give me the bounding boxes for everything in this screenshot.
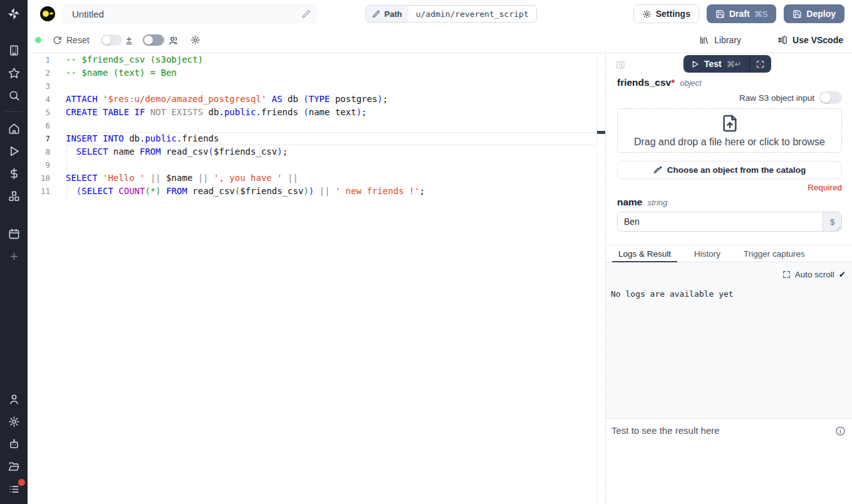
- draft-button[interactable]: Draft ⌘S: [707, 4, 776, 23]
- auto-scroll-control[interactable]: Auto scroll ✓: [782, 269, 846, 279]
- path-button[interactable]: Path: [366, 6, 408, 22]
- path-label: Path: [385, 9, 402, 19]
- line-number: 7: [28, 132, 66, 145]
- edit-path-icon: [372, 10, 380, 18]
- runs-icon[interactable]: [5, 142, 23, 160]
- path-widget[interactable]: Path u/admin/reverent_script: [365, 5, 537, 23]
- code-line[interactable]: -- $name (text) = Ben: [66, 66, 596, 80]
- use-vscode-button[interactable]: Use VScode: [777, 35, 843, 45]
- users-icon: [169, 35, 179, 46]
- code-line[interactable]: -- $friends_csv (s3object): [66, 53, 596, 66]
- audit-logs-icon[interactable]: [5, 480, 23, 498]
- tab-logs-result[interactable]: Logs & Result: [617, 245, 672, 262]
- diff-toggle-switch[interactable]: [101, 34, 122, 46]
- diff-toggle[interactable]: ±: [101, 34, 132, 46]
- test-label: Test: [704, 59, 722, 69]
- test-shortcut: ⌘↵: [727, 59, 742, 69]
- editor-gutter: 1234567891011: [28, 53, 66, 504]
- variables-icon[interactable]: [5, 165, 23, 182]
- auto-scroll-label: Auto scroll: [795, 270, 834, 279]
- code-line[interactable]: CREATE TABLE IF NOT EXISTS db.public.fri…: [66, 106, 596, 119]
- library-button[interactable]: Library: [699, 35, 741, 45]
- line-number: 11: [28, 185, 66, 198]
- line-number: 8: [28, 145, 66, 158]
- line-number: 5: [28, 106, 66, 119]
- logs-empty-text: No logs are available yet: [611, 289, 734, 299]
- editor-settings-button[interactable]: [190, 35, 200, 45]
- library-icon: [699, 35, 709, 45]
- workspace-icon[interactable]: [5, 41, 23, 59]
- code-line[interactable]: [66, 80, 596, 93]
- code-line[interactable]: SELECT name FROM read_csv($friends_csv);: [66, 145, 596, 158]
- sidebar-divider: [5, 111, 23, 112]
- user-icon[interactable]: [5, 390, 23, 408]
- windmill-logo[interactable]: [0, 0, 28, 28]
- deploy-button[interactable]: Deploy: [784, 4, 844, 23]
- name-input[interactable]: [618, 212, 823, 231]
- tab-trigger-captures[interactable]: Trigger captures: [742, 245, 806, 262]
- code-line[interactable]: SELECT 'Hello ' || $name || ', you have …: [66, 172, 596, 185]
- code-line[interactable]: [66, 158, 596, 172]
- tab-history[interactable]: History: [693, 245, 722, 262]
- choose-object-label: Choose an object from the catalog: [667, 165, 806, 175]
- test-button-group[interactable]: Test ⌘↵: [683, 55, 771, 73]
- add-icon[interactable]: [5, 247, 23, 265]
- result-placeholder: Test to see the result here: [611, 425, 720, 436]
- code-line[interactable]: [66, 119, 596, 132]
- schedules-icon[interactable]: [5, 225, 23, 242]
- capture-button[interactable]: [750, 55, 771, 73]
- choose-object-button[interactable]: Choose an object from the catalog: [617, 161, 842, 179]
- code-line[interactable]: ATTACH '$res:u/demo/amazed_postgresql' A…: [66, 93, 596, 106]
- result-tabs: Logs & Result History Trigger captures: [606, 245, 852, 262]
- logs-pane: Auto scroll ✓ No logs are available yet: [606, 262, 852, 419]
- line-number: 1: [28, 53, 66, 66]
- save-icon: [792, 9, 802, 19]
- top-header: Path u/admin/reverent_script Settings Dr…: [28, 0, 852, 28]
- test-button[interactable]: Test ⌘↵: [683, 55, 749, 73]
- search-icon[interactable]: [5, 86, 23, 104]
- script-title-input[interactable]: [71, 8, 301, 20]
- arg-name-name: name: [617, 197, 643, 208]
- name-field[interactable]: $: [617, 212, 842, 232]
- favorites-icon[interactable]: [5, 64, 23, 81]
- arg-friends-csv-name: friends_csv*: [617, 77, 675, 88]
- file-dropzone[interactable]: Drag and drop a file here or click to br…: [617, 108, 842, 153]
- code-line[interactable]: (SELECT COUNT(*) FROM read_csv($friends_…: [66, 185, 596, 198]
- edit-title-icon[interactable]: [301, 9, 311, 19]
- notification-dot: [18, 479, 25, 486]
- code-editor[interactable]: 1234567891011 -- $friends_csv (s3object)…: [28, 53, 605, 504]
- raw-s3-label: Raw S3 object input: [739, 93, 814, 103]
- code-line[interactable]: INSERT INTO db.public.friends: [66, 132, 596, 145]
- raw-s3-toggle[interactable]: [819, 91, 842, 104]
- run-panel: Test ⌘↵ friends_csv* object Raw S3 objec…: [605, 53, 852, 504]
- resources-icon[interactable]: [5, 187, 23, 205]
- plus-minus-icon: ±: [127, 34, 132, 46]
- editor-code[interactable]: -- $friends_csv (s3object)-- $name (text…: [66, 53, 596, 504]
- settings-icon[interactable]: [5, 413, 23, 430]
- left-sidebar: [0, 0, 28, 504]
- arg-name-type: string: [648, 198, 668, 207]
- gear-icon: [190, 35, 200, 45]
- assistant-toggle[interactable]: [143, 34, 179, 46]
- library-label: Library: [714, 35, 741, 45]
- home-icon[interactable]: [5, 120, 23, 137]
- collapse-panel-icon[interactable]: [616, 60, 625, 69]
- capture-icon: [756, 59, 765, 69]
- settings-button[interactable]: Settings: [633, 4, 699, 23]
- cursor-position-marker[interactable]: [597, 131, 605, 134]
- gear-icon: [642, 9, 652, 19]
- reset-button[interactable]: Reset: [53, 35, 90, 45]
- script-title-field[interactable]: [63, 4, 316, 23]
- folders-icon[interactable]: [5, 458, 23, 475]
- editor-scrollbar[interactable]: [596, 53, 605, 504]
- run-panel-header: Test ⌘↵: [606, 53, 852, 76]
- assistant-toggle-switch[interactable]: [143, 34, 164, 46]
- pipette-icon: [653, 166, 662, 175]
- workers-icon[interactable]: [5, 435, 23, 453]
- line-number: 6: [28, 119, 66, 132]
- info-icon[interactable]: [835, 426, 846, 436]
- path-value[interactable]: u/admin/reverent_script: [408, 6, 536, 22]
- editor-toolbar: Reset ± Library Use VScode: [28, 28, 852, 53]
- reset-label: Reset: [66, 35, 90, 45]
- draft-label: Draft: [729, 9, 750, 19]
